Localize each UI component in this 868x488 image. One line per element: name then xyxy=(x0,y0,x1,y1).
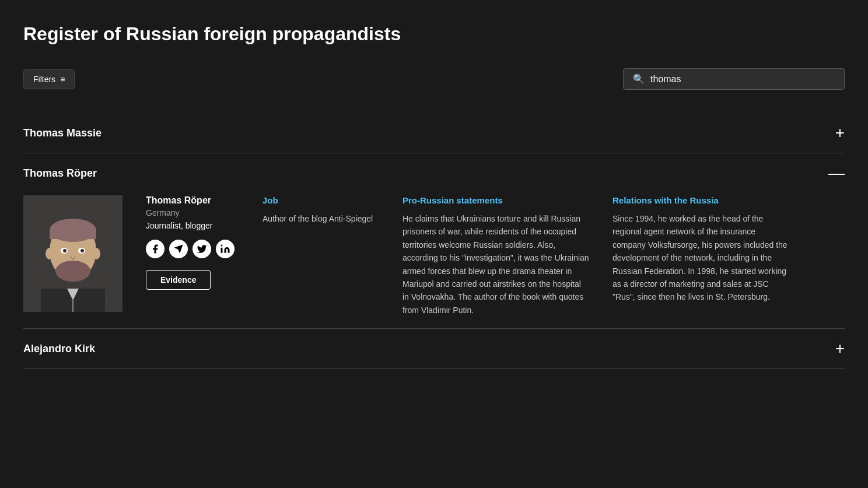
svg-point-13 xyxy=(46,248,54,259)
search-icon: 🔍 xyxy=(633,73,645,85)
pro-russian-text: He claims that Ukrainians torture and ki… xyxy=(402,212,589,317)
relations-text: Since 1994, he worked as the head of the… xyxy=(612,212,788,304)
filter-icon: ≡ xyxy=(60,75,65,84)
info-name: Thomas Röper xyxy=(146,195,239,206)
svg-point-12 xyxy=(80,249,84,252)
svg-point-11 xyxy=(63,249,66,252)
person-name-thomas-massie: Thomas Massie xyxy=(23,127,102,139)
toolbar: Filters ≡ 🔍 xyxy=(23,68,845,90)
evidence-button[interactable]: Evidence xyxy=(146,270,211,290)
search-input[interactable] xyxy=(650,74,835,85)
person-info-thomas-roper: Thomas Röper Germany Journalist, blogger xyxy=(146,195,239,317)
svg-point-14 xyxy=(92,248,100,259)
pro-russian-title: Pro-Russian statements xyxy=(402,195,589,205)
relations-title: Relations with the Russia xyxy=(612,195,788,205)
search-container: 🔍 xyxy=(623,68,845,90)
filters-label: Filters xyxy=(33,75,55,84)
svg-point-8 xyxy=(55,261,90,282)
person-photo-thomas-roper xyxy=(23,195,123,312)
person-row-alejandro-kirk: Alejandro Kirk + xyxy=(23,329,845,369)
twitter-icon[interactable] xyxy=(192,240,211,258)
person-detail-thomas-roper: Thomas Röper Germany Journalist, blogger xyxy=(23,195,845,317)
svg-point-15 xyxy=(221,245,223,247)
expand-icon-thomas-massie[interactable]: + xyxy=(835,125,845,141)
collapse-icon-thomas-roper[interactable]: — xyxy=(828,165,845,181)
job-section-text: Author of the blog Anti-Spiegel xyxy=(262,212,379,225)
person-header-thomas-massie[interactable]: Thomas Massie + xyxy=(23,125,845,141)
facebook-icon[interactable] xyxy=(146,240,164,258)
info-job-type: Journalist, blogger xyxy=(146,221,239,230)
job-section-title: Job xyxy=(262,195,379,205)
person-name-thomas-roper: Thomas Röper xyxy=(23,167,97,180)
linkedin-icon[interactable] xyxy=(216,240,235,258)
expand-icon-alejandro-kirk[interactable]: + xyxy=(835,340,845,357)
social-icons xyxy=(146,240,239,258)
relations-section: Relations with the Russia Since 1994, he… xyxy=(612,195,788,317)
filters-button[interactable]: Filters ≡ xyxy=(23,69,75,89)
person-header-alejandro-kirk[interactable]: Alejandro Kirk + xyxy=(23,340,845,357)
person-row-thomas-massie: Thomas Massie + xyxy=(23,113,845,153)
person-name-alejandro-kirk: Alejandro Kirk xyxy=(23,343,95,355)
telegram-icon[interactable] xyxy=(169,240,188,258)
job-section: Job Author of the blog Anti-Spiegel xyxy=(262,195,379,317)
person-row-thomas-roper: Thomas Röper — xyxy=(23,153,845,329)
info-country: Germany xyxy=(146,208,239,217)
svg-rect-7 xyxy=(50,230,96,239)
pro-russian-section: Pro-Russian statements He claims that Uk… xyxy=(402,195,589,317)
person-header-thomas-roper[interactable]: Thomas Röper — xyxy=(23,165,845,181)
page-title: Register of Russian foreign propagandist… xyxy=(23,23,845,45)
